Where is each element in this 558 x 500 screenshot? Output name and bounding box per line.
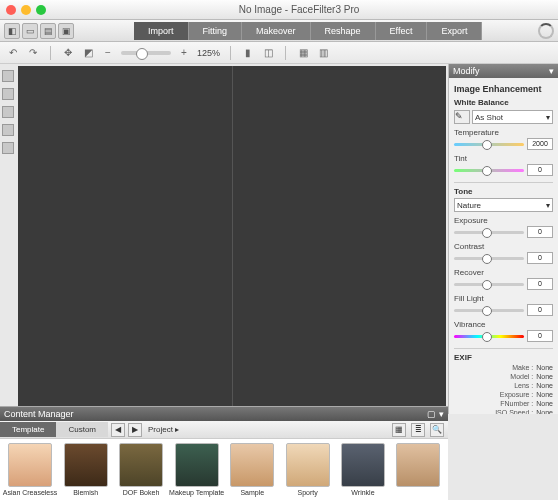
thumbnail-label: Wrinkle [351, 489, 374, 496]
open-file-button[interactable]: ▭ [22, 23, 38, 39]
content-manager-title: Content Manager [4, 409, 74, 419]
image-canvas[interactable] [18, 66, 446, 412]
main-area: Modify ▾ Image Enhancement White Balance… [0, 64, 558, 414]
workflow-tabs: Import Fitting Makeover Reshape Effect E… [134, 22, 482, 40]
nav-back-button[interactable]: ◀ [111, 423, 125, 437]
vibrance-slider[interactable] [454, 335, 524, 338]
close-window-button[interactable] [6, 5, 16, 15]
tab-makeover[interactable]: Makeover [242, 22, 311, 40]
thumbnail-label: DOF Bokeh [123, 489, 160, 496]
thumbnail-image [8, 443, 52, 487]
template-item[interactable]: Sporty [284, 443, 331, 496]
cm-tab-custom[interactable]: Custom [56, 422, 108, 437]
nav-forward-button[interactable]: ▶ [128, 423, 142, 437]
temperature-slider[interactable] [454, 143, 524, 146]
zoom-window-button[interactable] [36, 5, 46, 15]
thumbnail-label: Sporty [298, 489, 318, 496]
thumbnail-image [64, 443, 108, 487]
tab-import[interactable]: Import [134, 22, 189, 40]
exif-title: EXIF [454, 353, 553, 362]
view-split-button[interactable]: ◫ [261, 46, 275, 60]
separator [230, 46, 231, 60]
window-title: No Image - FaceFilter3 Pro [46, 4, 552, 15]
fill-light-slider[interactable] [454, 309, 524, 312]
template-item[interactable]: Sample [229, 443, 276, 496]
canvas-toolstrip: ↶ ↷ ✥ ◩ − + 125% ▮ ◫ ▦ ▥ [0, 42, 558, 64]
eyedropper-button[interactable]: ✎ [454, 110, 470, 124]
thumbnail-image [230, 443, 274, 487]
title-bar: No Image - FaceFilter3 Pro [0, 0, 558, 20]
thumbnail-label: Blemish [73, 489, 98, 496]
straighten-tool-button[interactable] [2, 124, 14, 136]
tint-label: Tint [454, 154, 553, 163]
thumbnail-image [286, 443, 330, 487]
new-file-button[interactable]: ◧ [4, 23, 20, 39]
white-balance-select[interactable]: As Shot▾ [472, 110, 553, 124]
thumbnail-label: Makeup Template [169, 489, 224, 496]
panel-collapse-icon[interactable]: ▾ [549, 66, 554, 76]
tone-select[interactable]: Nature▾ [454, 198, 553, 212]
fill-light-label: Fill Light [454, 294, 553, 303]
chevron-down-icon: ▾ [546, 201, 550, 210]
recover-value[interactable]: 0 [527, 278, 553, 290]
view-grid-button[interactable]: ▦ [392, 423, 406, 437]
separator [285, 46, 286, 60]
temperature-label: Temperature [454, 128, 553, 137]
template-item[interactable] [395, 443, 442, 496]
recover-slider[interactable] [454, 283, 524, 286]
tint-slider[interactable] [454, 169, 524, 172]
thumbnail-image [396, 443, 440, 487]
zoom-out-button[interactable]: − [101, 46, 115, 60]
zoom-value: 125% [197, 48, 220, 58]
image-enhancement-title: Image Enhancement [454, 84, 553, 94]
fit-tool-button[interactable]: ◩ [81, 46, 95, 60]
template-item[interactable]: Wrinkle [339, 443, 386, 496]
template-item[interactable]: Makeup Template [173, 443, 221, 496]
exposure-value[interactable]: 0 [527, 226, 553, 238]
flip-tool-button[interactable] [2, 106, 14, 118]
chevron-down-icon: ▾ [546, 113, 550, 122]
zoom-slider[interactable] [121, 51, 171, 55]
cm-tab-template[interactable]: Template [0, 422, 56, 437]
view-single-button[interactable]: ▮ [241, 46, 255, 60]
rotate-tool-button[interactable] [2, 88, 14, 100]
thumbnail-image [119, 443, 163, 487]
folder-button[interactable]: ▣ [58, 23, 74, 39]
divider [454, 348, 553, 349]
tab-effect[interactable]: Effect [376, 22, 428, 40]
template-item[interactable]: Asian Creaseless [6, 443, 54, 496]
contrast-slider[interactable] [454, 257, 524, 260]
thumbnail-label: Sample [240, 489, 264, 496]
template-item[interactable]: Blemish [62, 443, 109, 496]
view-list-button[interactable]: ≣ [411, 423, 425, 437]
resize-tool-button[interactable] [2, 142, 14, 154]
vibrance-value[interactable]: 0 [527, 330, 553, 342]
crop-tool-button[interactable] [2, 70, 14, 82]
redo-button[interactable]: ↷ [26, 46, 40, 60]
fill-light-value[interactable]: 0 [527, 304, 553, 316]
thumbnail-image [341, 443, 385, 487]
breadcrumb[interactable]: Project ▸ [148, 425, 179, 434]
divider [454, 182, 553, 183]
modify-panel-title: Modify [453, 66, 480, 76]
save-button[interactable]: ▤ [40, 23, 56, 39]
content-manager-toolbar: Template Custom ◀ ▶ Project ▸ ▦ ≣ 🔍 [0, 421, 448, 439]
compare-button[interactable]: ▥ [316, 46, 330, 60]
zoom-in-button[interactable]: + [177, 46, 191, 60]
pan-tool-button[interactable]: ✥ [61, 46, 75, 60]
panel-toggle-icon[interactable]: ▢ ▾ [427, 409, 444, 419]
contrast-value[interactable]: 0 [527, 252, 553, 264]
minimize-window-button[interactable] [21, 5, 31, 15]
preview-button[interactable]: ▦ [296, 46, 310, 60]
template-item[interactable]: DOF Bokeh [117, 443, 164, 496]
tint-value[interactable]: 0 [527, 164, 553, 176]
tab-fitting[interactable]: Fitting [189, 22, 243, 40]
recover-label: Recover [454, 268, 553, 277]
temperature-value[interactable]: 2000 [527, 138, 553, 150]
search-button[interactable]: 🔍 [430, 423, 444, 437]
undo-button[interactable]: ↶ [6, 46, 20, 60]
tab-reshape[interactable]: Reshape [311, 22, 376, 40]
white-balance-title: White Balance [454, 98, 553, 107]
tab-export[interactable]: Export [427, 22, 482, 40]
exposure-slider[interactable] [454, 231, 524, 234]
